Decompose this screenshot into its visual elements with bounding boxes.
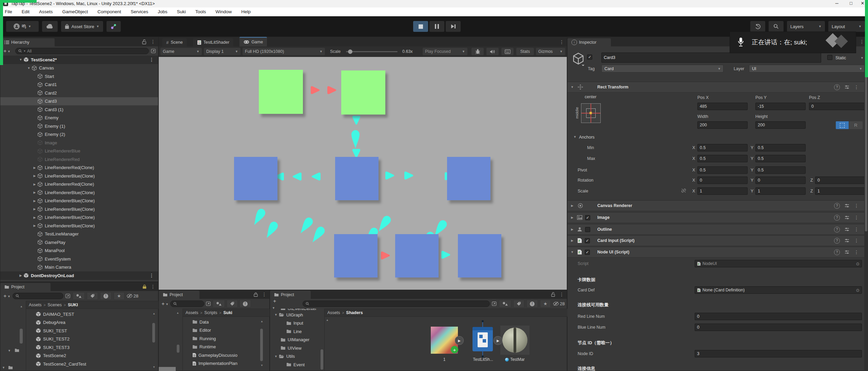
tree-folder-uigraph[interactable]: ▼UIGraph bbox=[270, 311, 324, 319]
gizmos-dropdown[interactable]: Gizmos▼ bbox=[536, 48, 565, 55]
blue-line-field[interactable]: 0 bbox=[695, 324, 862, 331]
game-viewport[interactable] bbox=[159, 57, 567, 290]
menu-gameobject[interactable]: GameObject bbox=[58, 7, 93, 16]
blue-card[interactable] bbox=[458, 234, 501, 277]
filter-by-label-button[interactable] bbox=[87, 292, 98, 300]
filter-by-type-button[interactable] bbox=[73, 292, 85, 300]
asset-thumbnail-label[interactable]: TestLitSh... bbox=[465, 357, 501, 362]
account-button[interactable]: 鸣▼ bbox=[6, 21, 39, 32]
blue-card[interactable] bbox=[395, 234, 439, 277]
project2-corner-scroll[interactable] bbox=[159, 367, 176, 371]
asset-item-editor[interactable]: Editor bbox=[183, 326, 259, 335]
layer-dropdown[interactable]: UI▼ bbox=[749, 65, 865, 73]
expand-closed-icon[interactable]: ▶ bbox=[32, 166, 37, 169]
gameobject-cube-icon[interactable] bbox=[572, 52, 585, 67]
breadcrumb-segment[interactable]: Assets bbox=[327, 310, 340, 315]
asset-item-runtime[interactable]: Runtime bbox=[183, 343, 259, 351]
play-button[interactable] bbox=[413, 21, 428, 32]
asset-thumbnail-label[interactable]: TestMar bbox=[497, 357, 533, 362]
display-target-dropdown[interactable]: Game▼ bbox=[160, 48, 202, 55]
clipped-tree-arrow[interactable]: ▼ bbox=[2, 366, 5, 369]
used-by-warning-button[interactable]: ! bbox=[100, 292, 112, 300]
project3-search-input[interactable] bbox=[303, 301, 490, 307]
breadcrumb-segment[interactable]: Scenes bbox=[47, 303, 62, 307]
picker-icon[interactable] bbox=[65, 294, 71, 298]
asset-item-testscene2-cardtest[interactable]: TestScene2_CardTest bbox=[26, 360, 150, 368]
tab-game[interactable]: Game bbox=[239, 37, 267, 46]
hierarchy-item-enemy-2-[interactable]: Enemy (2) bbox=[0, 130, 158, 139]
stats-button[interactable]: Stats bbox=[516, 48, 534, 55]
object-picker-icon[interactable]: ⊙ bbox=[856, 261, 860, 266]
scale-slider-track[interactable] bbox=[346, 51, 398, 52]
rect-transform-header[interactable]: ▼ Rect Transform ? ⋮ bbox=[567, 82, 864, 92]
layers-dropdown[interactable]: Layers▼ bbox=[787, 21, 825, 32]
asset-item-suki-test3[interactable]: SUKI_TEST3 bbox=[26, 343, 150, 352]
project3-tree-scrollbar[interactable] bbox=[321, 349, 323, 370]
used-by-warning-button[interactable]: ! bbox=[239, 300, 251, 308]
asset-item-running[interactable]: Running bbox=[183, 334, 259, 343]
anchors-max-x-field[interactable]: 0.5 bbox=[697, 155, 748, 162]
picker-icon[interactable] bbox=[206, 302, 211, 306]
tree-folder-utils[interactable]: ▼Utils bbox=[270, 352, 324, 361]
anchors-min-x-field[interactable]: 0.5 bbox=[697, 144, 748, 151]
project2-menu-icon[interactable]: ⋮ bbox=[262, 292, 267, 297]
pos-x-field[interactable]: 485 bbox=[697, 103, 748, 110]
expand-closed-icon[interactable]: ▶ bbox=[32, 207, 37, 211]
hidden-count[interactable]: 28 bbox=[127, 293, 138, 298]
blueprint-mode-button[interactable] bbox=[836, 121, 849, 129]
layout-dropdown[interactable]: Layout▼ bbox=[828, 21, 865, 32]
item-menu-icon[interactable]: ⋮ bbox=[149, 57, 154, 62]
card-def-field[interactable]: # None (Card Definition) ⊙ bbox=[695, 286, 862, 294]
hierarchy-item-start[interactable]: Start bbox=[0, 72, 158, 81]
item-menu-icon[interactable]: ⋮ bbox=[149, 273, 154, 278]
tree-folder-event[interactable]: Event bbox=[270, 360, 324, 369]
create-asset-button[interactable]: ＋▼ bbox=[272, 298, 280, 310]
asset-item-testscene2[interactable]: TestScene2 bbox=[26, 352, 150, 360]
width-field[interactable]: 200 bbox=[697, 121, 748, 129]
hierarchy-item-gameplay[interactable]: GamePlay bbox=[0, 238, 158, 247]
asset-item-daimao-test[interactable]: DAIMAO_TEST bbox=[26, 310, 150, 318]
used-by-warning-button[interactable]: ! bbox=[526, 300, 538, 308]
name-field[interactable]: Card3 bbox=[601, 53, 821, 63]
card-input-header[interactable]: ▶ # ✓ Card Input (Script) ?⋮ bbox=[567, 235, 864, 246]
version-control-button[interactable] bbox=[107, 21, 121, 32]
hierarchy-item-dontdestroyonload[interactable]: ▶DontDestroyOnLoad⋮ bbox=[0, 271, 158, 280]
create-object-button[interactable]: ＋▼ bbox=[2, 48, 11, 54]
create-asset-button[interactable]: ＋▼ bbox=[160, 301, 169, 307]
tab-project-2[interactable]: Project bbox=[159, 291, 199, 299]
script-object-field[interactable]: # NodeUI ⊙ bbox=[695, 260, 862, 267]
hierarchy-item-card1[interactable]: Card1 bbox=[0, 81, 158, 89]
game-panel-menu-icon[interactable]: ⋮ bbox=[559, 39, 564, 45]
project1-scrollbar-thumb[interactable] bbox=[152, 323, 155, 343]
hierarchy-item-card2[interactable]: Card2 bbox=[0, 89, 158, 97]
rotation-x-field[interactable]: 0 bbox=[697, 177, 748, 184]
breadcrumb-segment[interactable]: SUKI bbox=[68, 303, 78, 307]
component-menu-icon[interactable]: ⋮ bbox=[854, 84, 859, 90]
hierarchy-search-input[interactable]: ▼ All bbox=[15, 48, 149, 54]
image-component-header[interactable]: ▶ ✓ Image ?⋮ bbox=[567, 212, 864, 223]
tab-scene[interactable]: #Scene bbox=[162, 38, 187, 46]
hierarchy-item-linerendererblue-clone-[interactable]: ▶LineRendererBlue(Clone) bbox=[0, 222, 158, 230]
lock-icon[interactable] bbox=[142, 284, 147, 289]
undo-history-button[interactable] bbox=[750, 21, 765, 32]
cloud-button[interactable] bbox=[42, 21, 58, 32]
rotation-z-field[interactable]: 0 bbox=[815, 177, 865, 184]
menu-suki[interactable]: Suki bbox=[172, 7, 190, 16]
blue-card[interactable] bbox=[447, 157, 490, 200]
pivot-y-field[interactable]: 0.5 bbox=[755, 166, 806, 174]
breadcrumb-segment[interactable]: Assets bbox=[29, 303, 42, 307]
hierarchy-item-card3-1-[interactable]: Card3 (1) bbox=[0, 105, 158, 114]
filter-by-type-button[interactable] bbox=[213, 300, 225, 308]
expand-closed-icon[interactable]: ▶ bbox=[18, 274, 23, 277]
hierarchy-item-enemy-1-[interactable]: Enemy (1) bbox=[0, 122, 158, 130]
expand-subassets-button[interactable]: ▶ bbox=[455, 336, 464, 345]
hierarchy-menu-icon[interactable]: ⋮ bbox=[151, 39, 155, 44]
hierarchy-item-manapool[interactable]: ManaPool bbox=[0, 247, 158, 255]
raw-edit-button[interactable]: R bbox=[849, 121, 863, 129]
unlock-icon[interactable] bbox=[142, 39, 147, 44]
green-card[interactable] bbox=[259, 70, 303, 114]
project1-search-input[interactable] bbox=[13, 293, 63, 299]
project2-left-scrollbar[interactable] bbox=[177, 345, 179, 353]
hierarchy-item-canvas[interactable]: ▼Canvas bbox=[0, 64, 158, 73]
create-asset-button[interactable]: ＋▼ bbox=[2, 293, 11, 299]
